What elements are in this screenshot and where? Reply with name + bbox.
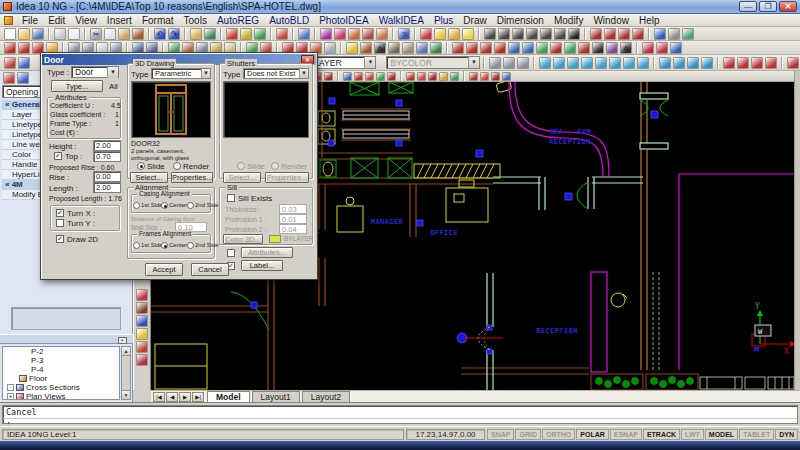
print-icon[interactable] (54, 28, 66, 40)
drawing3d-type-dropdown[interactable]: Parametric ▼ (151, 68, 211, 79)
iso-nw-icon[interactable] (701, 57, 713, 69)
iso-ne-icon[interactable] (687, 57, 699, 69)
view-top-icon[interactable] (539, 57, 551, 69)
restore-button[interactable]: ❐ (759, 1, 777, 12)
draw-mline-icon[interactable] (480, 42, 492, 54)
chevron-down-icon[interactable]: ▼ (201, 69, 210, 78)
paste-icon[interactable] (118, 28, 130, 40)
first-tab-icon[interactable]: |◀ (153, 392, 165, 402)
windows-taskbar[interactable] (0, 441, 800, 450)
open-project-icon[interactable] (17, 72, 29, 84)
bld-label-icon[interactable] (365, 72, 374, 81)
render-radio[interactable] (173, 162, 181, 170)
menu-tools[interactable]: Tools (179, 15, 212, 26)
draw-polygon-icon[interactable] (536, 42, 548, 54)
undo-icon[interactable]: ↶ (154, 28, 166, 40)
zoom-all-icon[interactable] (787, 57, 799, 69)
new-icon[interactable] (4, 28, 16, 40)
pen-icon[interactable] (568, 28, 580, 40)
rectangle-tool-icon[interactable] (540, 28, 552, 40)
toggle-esnap[interactable]: ESNAP (610, 429, 642, 440)
draw-text-icon[interactable]: A (620, 42, 632, 54)
toggle-grid[interactable]: GRID (515, 429, 541, 440)
iso-se-icon[interactable] (673, 57, 685, 69)
bld-elevation-icon[interactable] (417, 72, 426, 81)
home-red-icon[interactable] (136, 341, 148, 353)
draw-2d-checkbox[interactable] (56, 235, 64, 243)
command-window[interactable]: Cancel : (0, 402, 800, 426)
top-checkbox[interactable] (54, 152, 62, 160)
view-3d-icon[interactable] (637, 57, 649, 69)
camera-icon[interactable] (348, 28, 360, 40)
menu-photoidea[interactable]: PhotoIDEA (314, 15, 373, 26)
rise-input[interactable]: 0.00 (93, 171, 121, 182)
flag-red-icon[interactable] (420, 28, 432, 40)
properties-button[interactable]: Properties... (171, 172, 213, 183)
layer-arrows-icon[interactable] (136, 315, 148, 327)
bld-sun-icon[interactable] (439, 72, 448, 81)
bld-number-icon[interactable] (354, 72, 363, 81)
view-sphere-icon[interactable] (4, 57, 16, 69)
label-button[interactable]: Label... (241, 260, 283, 271)
shutters-type-dropdown[interactable]: Does not Exist ▼ (243, 68, 309, 79)
draw-block-icon[interactable] (606, 42, 618, 54)
bld-tree-icon[interactable] (450, 72, 459, 81)
render-icon[interactable] (320, 28, 332, 40)
color-dropdown[interactable]: BYCOLOR ▼ (386, 56, 480, 69)
toggle-snap[interactable]: SNAP (487, 429, 514, 440)
bld-info-icon[interactable] (502, 72, 511, 81)
view-right-icon[interactable] (581, 57, 593, 69)
chevron-down-icon[interactable]: ▼ (468, 57, 479, 68)
save-icon[interactable] (32, 28, 44, 40)
help-icon[interactable]: ? (398, 28, 410, 40)
plot-3-icon[interactable] (517, 57, 529, 69)
menu-walkidea[interactable]: WalkIDEA (374, 15, 429, 26)
tree-item-plan-views[interactable]: +Plan Views (3, 392, 119, 400)
view-iso-icon[interactable] (623, 57, 635, 69)
tools-icon[interactable] (682, 28, 694, 40)
tree-expander-icon[interactable]: + (7, 393, 14, 400)
frames-1st-radio[interactable] (133, 242, 140, 249)
flag-yellow-icon[interactable] (434, 28, 446, 40)
redo-icon[interactable]: ↷ (168, 28, 180, 40)
tree-item-floor[interactable]: Floor (3, 374, 119, 383)
mail-icon[interactable] (190, 28, 202, 40)
draw-spline-icon[interactable] (564, 42, 576, 54)
bld-camera-icon[interactable] (428, 72, 437, 81)
menu-dimension[interactable]: Dimension (492, 15, 549, 26)
tree-tool-icon[interactable] (430, 42, 442, 54)
tree-item-cross-sections[interactable]: -Cross Sections (3, 383, 119, 392)
sill-exists-checkbox[interactable] (227, 194, 235, 202)
image-icon[interactable] (298, 28, 310, 40)
draw-arrow-icon[interactable] (494, 42, 506, 54)
view-cube-icon[interactable] (18, 57, 30, 69)
pencil-icon[interactable] (276, 28, 288, 40)
copy-icon[interactable] (104, 28, 116, 40)
prev-tab-icon[interactable]: ◀ (166, 392, 178, 402)
close-button[interactable]: ✕ (779, 1, 797, 12)
casing-2nd-radio[interactable] (187, 202, 194, 209)
splitter-button[interactable]: ▪ (118, 337, 127, 344)
grid-snap-icon[interactable] (136, 302, 148, 314)
materials-icon[interactable] (334, 28, 346, 40)
plot-2-icon[interactable] (503, 57, 515, 69)
cut-icon[interactable]: ✂ (90, 28, 102, 40)
match-properties-icon[interactable] (132, 28, 144, 40)
menu-modify[interactable]: Modify (549, 15, 588, 26)
zoom-extents-icon[interactable] (632, 28, 644, 40)
chevron-down-icon[interactable]: ▼ (107, 67, 118, 78)
move-icon[interactable] (484, 28, 496, 40)
text-tool-icon[interactable]: A (374, 42, 386, 54)
zoom-win-icon[interactable] (723, 57, 735, 69)
select-entity-icon[interactable] (136, 289, 148, 301)
table-icon[interactable] (204, 28, 216, 40)
panel-splitter[interactable]: ▪ (0, 334, 133, 344)
toggle-lwt[interactable]: LWT (681, 429, 704, 440)
bld-kitchen-icon[interactable] (324, 72, 333, 81)
length-input[interactable]: 2.00 (93, 182, 121, 193)
slide-radio[interactable] (137, 162, 145, 170)
zoom-scale-icon[interactable] (751, 57, 763, 69)
scroll-down-icon[interactable]: ▼ (122, 390, 130, 399)
plot-1-icon[interactable] (489, 57, 501, 69)
home-yellow-icon[interactable] (136, 328, 148, 340)
